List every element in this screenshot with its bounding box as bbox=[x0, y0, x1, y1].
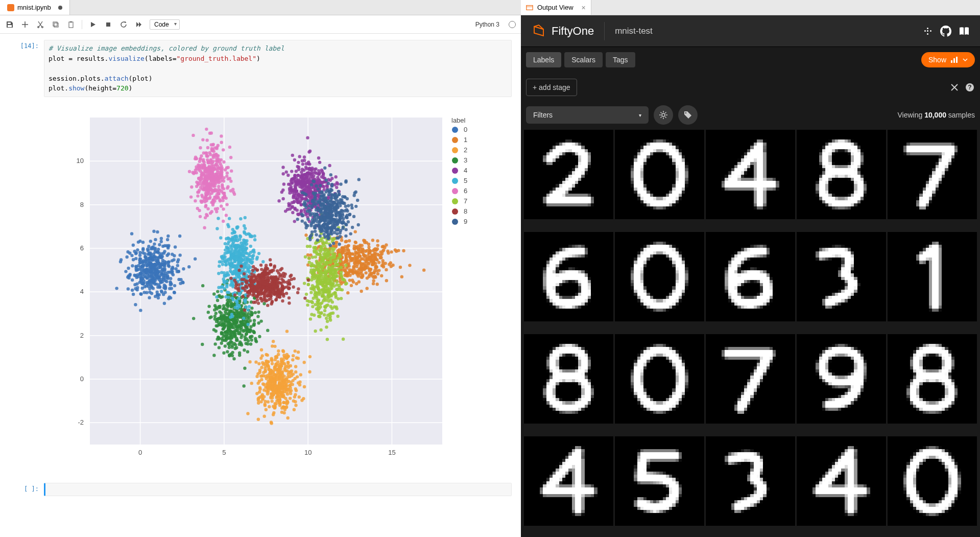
svg-point-3585 bbox=[288, 286, 291, 289]
slack-icon[interactable] bbox=[923, 26, 933, 36]
help-icon[interactable]: ? bbox=[965, 82, 975, 92]
sample-thumbnail[interactable] bbox=[615, 436, 704, 526]
kernel-name[interactable]: Python 3 bbox=[475, 21, 499, 28]
close-icon[interactable] bbox=[949, 82, 960, 92]
svg-point-3880 bbox=[324, 178, 327, 181]
sample-thumbnail[interactable] bbox=[888, 232, 977, 321]
svg-point-2495 bbox=[226, 223, 229, 226]
fiftyone-logo[interactable]: FiftyOne bbox=[531, 24, 594, 39]
tab-labels[interactable]: Labels bbox=[526, 52, 561, 67]
copy-icon[interactable] bbox=[51, 20, 60, 29]
code-editor[interactable]: # Visualize image embeddings, colored by… bbox=[44, 40, 512, 97]
svg-point-2343 bbox=[225, 283, 228, 286]
notebook-tab[interactable]: mnist.ipynb bbox=[0, 0, 70, 15]
sample-thumbnail[interactable] bbox=[706, 334, 795, 424]
show-button-label: Show bbox=[928, 56, 946, 64]
svg-point-1518 bbox=[224, 344, 227, 347]
stop-icon[interactable] bbox=[104, 20, 113, 29]
sample-thumbnail[interactable] bbox=[524, 436, 613, 526]
svg-point-228 bbox=[148, 296, 151, 299]
output-tab[interactable]: Output View × bbox=[521, 0, 591, 15]
tag-button[interactable] bbox=[678, 105, 698, 125]
svg-point-2351 bbox=[244, 243, 247, 246]
svg-point-2713 bbox=[229, 179, 232, 182]
docs-icon[interactable] bbox=[959, 26, 970, 36]
svg-point-3017 bbox=[323, 313, 326, 316]
sample-thumbnail[interactable] bbox=[706, 436, 795, 526]
celltype-dropdown[interactable]: Code bbox=[150, 19, 180, 30]
sample-thumbnail[interactable] bbox=[706, 232, 795, 321]
cut-icon[interactable] bbox=[36, 20, 45, 29]
svg-point-2267 bbox=[227, 237, 230, 240]
sample-thumbnail[interactable] bbox=[615, 130, 704, 219]
sample-thumbnail[interactable] bbox=[524, 232, 613, 321]
svg-point-3463 bbox=[233, 293, 236, 296]
restart-run-all-icon[interactable] bbox=[134, 20, 144, 29]
svg-point-3190 bbox=[309, 291, 313, 294]
empty-cell[interactable]: [ ]: bbox=[0, 481, 521, 498]
svg-point-1787 bbox=[302, 168, 305, 171]
sample-thumbnail[interactable] bbox=[797, 334, 886, 424]
filters-dropdown[interactable]: Filters bbox=[526, 106, 649, 124]
svg-point-4057 bbox=[341, 195, 344, 198]
svg-point-385 bbox=[171, 267, 174, 270]
svg-point-1085 bbox=[275, 356, 278, 359]
sample-thumbnail[interactable] bbox=[615, 232, 704, 321]
show-button[interactable]: Show bbox=[921, 52, 975, 67]
tab-scalars[interactable]: Scalars bbox=[564, 52, 603, 67]
svg-point-3793 bbox=[256, 268, 259, 271]
svg-point-3773 bbox=[263, 282, 266, 285]
sample-thumbnail[interactable] bbox=[797, 232, 886, 321]
svg-point-1281 bbox=[277, 353, 280, 356]
sample-thumbnail[interactable] bbox=[888, 334, 977, 424]
run-icon[interactable] bbox=[88, 20, 98, 29]
kernel-status-icon[interactable] bbox=[509, 21, 516, 28]
scatter-plot[interactable]: 051015-20246810label0123456789 bbox=[49, 102, 509, 470]
svg-point-3323 bbox=[327, 265, 330, 268]
sample-thumbnail[interactable] bbox=[888, 130, 977, 219]
svg-point-3806 bbox=[251, 283, 254, 286]
svg-point-441 bbox=[132, 292, 135, 295]
sample-thumbnail[interactable] bbox=[797, 436, 886, 526]
code-editor-empty[interactable] bbox=[44, 483, 512, 496]
svg-point-632 bbox=[372, 282, 375, 285]
save-icon[interactable] bbox=[5, 20, 14, 29]
svg-point-4162 bbox=[323, 219, 326, 222]
tab-tags[interactable]: Tags bbox=[606, 52, 635, 67]
svg-point-1671 bbox=[223, 324, 226, 328]
svg-point-1981 bbox=[316, 175, 319, 178]
svg-point-2886 bbox=[226, 186, 229, 189]
sample-thumbnail[interactable] bbox=[524, 334, 613, 424]
sample-thumbnail[interactable] bbox=[524, 130, 613, 219]
sample-thumbnail[interactable] bbox=[888, 436, 977, 526]
add-stage-button[interactable]: + add stage bbox=[526, 79, 577, 96]
sample-thumbnail[interactable] bbox=[797, 130, 886, 219]
settings-button[interactable] bbox=[654, 105, 673, 125]
restart-icon[interactable] bbox=[119, 20, 128, 29]
svg-point-1057 bbox=[262, 414, 266, 417]
close-icon[interactable]: × bbox=[582, 4, 586, 12]
add-cell-icon[interactable] bbox=[20, 20, 30, 29]
paste-icon[interactable] bbox=[66, 20, 76, 29]
svg-point-3544 bbox=[266, 303, 269, 307]
svg-point-3762 bbox=[260, 299, 264, 302]
svg-point-2086 bbox=[288, 204, 291, 207]
dataset-name[interactable]: mnist-test bbox=[604, 22, 653, 40]
svg-text:9: 9 bbox=[464, 218, 467, 225]
sample-thumbnail[interactable] bbox=[706, 130, 795, 219]
svg-rect-4258 bbox=[953, 58, 955, 63]
svg-point-3993 bbox=[327, 193, 330, 196]
viewing-count: Viewing 10,000 samples bbox=[897, 111, 975, 119]
svg-point-2916 bbox=[219, 167, 222, 170]
github-icon[interactable] bbox=[940, 26, 951, 37]
svg-text:label: label bbox=[451, 116, 466, 124]
svg-point-2928 bbox=[207, 189, 210, 192]
sample-thumbnail[interactable] bbox=[615, 334, 704, 424]
svg-point-102 bbox=[173, 291, 176, 294]
svg-point-2814 bbox=[210, 143, 213, 146]
code-cell[interactable]: [14]: # Visualize image embeddings, colo… bbox=[0, 38, 521, 474]
svg-point-2761 bbox=[225, 174, 228, 177]
sample-grid[interactable] bbox=[521, 130, 980, 537]
svg-point-844 bbox=[364, 249, 367, 252]
svg-point-4132 bbox=[348, 213, 351, 216]
